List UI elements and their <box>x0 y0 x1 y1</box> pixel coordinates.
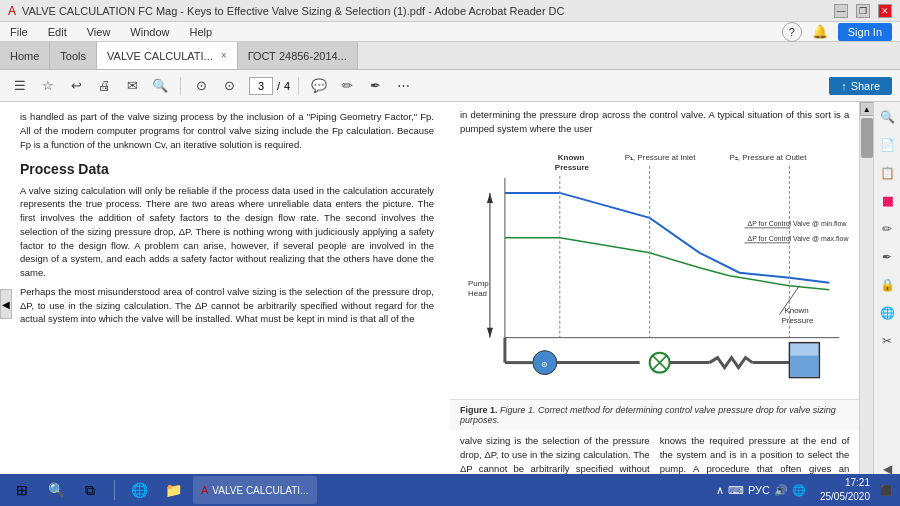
svg-text:Known: Known <box>784 305 808 314</box>
bookmark-button[interactable]: ☆ <box>36 75 60 97</box>
svg-rect-29 <box>790 355 818 376</box>
scrollbar: ▲ ▼ <box>859 102 873 506</box>
svg-text:ΔP for Control Valve @ min.flo: ΔP for Control Valve @ min.flow <box>747 219 847 226</box>
scrollbar-up[interactable]: ▲ <box>860 102 874 116</box>
edge-icon[interactable]: 🌐 <box>125 476 153 504</box>
menu-help[interactable]: Help <box>187 26 214 38</box>
toggle-sidebar-button[interactable]: ☰ <box>8 75 32 97</box>
figure-caption: Figure 1. Figure 1. Correct method for d… <box>450 399 859 430</box>
share-icon: ↑ <box>841 80 847 92</box>
task-view[interactable]: ⧉ <box>76 476 104 504</box>
paragraph-3: Perhaps the most misunderstood area of c… <box>20 285 434 326</box>
tab-tools-label: Tools <box>60 50 86 62</box>
comment-button[interactable]: 💬 <box>307 75 331 97</box>
window-title: VALVE CALCULATION FC Mag - Keys to Effec… <box>22 5 565 17</box>
figure-text: Figure 1. Correct method for determining… <box>460 405 836 425</box>
start-button[interactable]: ⊞ <box>8 476 36 504</box>
maximize-button[interactable]: ❐ <box>856 4 870 18</box>
share-button[interactable]: ↑ Share <box>829 77 892 95</box>
sidebar-cut-icon[interactable]: ✂ <box>876 330 898 352</box>
page-separator: / <box>277 80 280 92</box>
diagram-svg: Pump Head Known Pressure P₁, Pressure at… <box>450 136 859 400</box>
sidebar-pen-icon[interactable]: ✏ <box>876 218 898 240</box>
notification-button[interactable]: 🔔 <box>810 22 830 42</box>
acrobat-icon: A <box>201 484 208 496</box>
svg-text:ΔP for Control Valve @ max.flo: ΔP for Control Valve @ max.flow <box>747 234 849 241</box>
tab-tools[interactable]: Tools <box>50 42 97 69</box>
minimize-button[interactable]: — <box>834 4 848 18</box>
acrobat-label: VALVE CALCULATI... <box>212 485 308 496</box>
page-content: is handled as part of the valve sizing p… <box>0 102 450 506</box>
sidebar-web-icon[interactable]: 🌐 <box>876 302 898 324</box>
tab-bar: Home Tools VALVE CALCULATI... × ГОСТ 248… <box>0 42 900 70</box>
menu-file[interactable]: File <box>8 26 30 38</box>
tray-network[interactable]: 🌐 <box>792 484 806 497</box>
svg-text:Pressure: Pressure <box>781 315 813 324</box>
app-icon: A <box>8 4 16 18</box>
left-panel-toggle[interactable]: ◀ <box>0 289 12 319</box>
menu-edit[interactable]: Edit <box>46 26 69 38</box>
sidebar-pages-icon[interactable]: 📋 <box>876 162 898 184</box>
sidebar-chart-icon[interactable]: ▦ <box>876 190 898 212</box>
tab-valve-label: VALVE CALCULATI... <box>107 50 213 62</box>
tab-home-label: Home <box>10 50 39 62</box>
tab-home[interactable]: Home <box>0 42 50 69</box>
tab-gost-label: ГОСТ 24856-2014... <box>248 50 347 62</box>
sidebar-search-icon[interactable]: 🔍 <box>876 106 898 128</box>
svg-text:Pump: Pump <box>468 278 489 287</box>
svg-text:⊛: ⊛ <box>541 359 548 368</box>
menu-bar: File Edit View Window Help ? 🔔 Sign In <box>0 22 900 42</box>
page-total: 4 <box>284 80 290 92</box>
svg-text:P₂, Pressure at Outlet: P₂, Pressure at Outlet <box>730 152 808 161</box>
help-button[interactable]: ? <box>782 22 802 42</box>
tray-keyboard[interactable]: ⌨ <box>728 484 744 497</box>
back-button[interactable]: ↩ <box>64 75 88 97</box>
sidebar-doc-icon[interactable]: 📄 <box>876 134 898 156</box>
edit-button[interactable]: ✏ <box>335 75 359 97</box>
tab-valve[interactable]: VALVE CALCULATI... × <box>97 42 238 69</box>
right-sidebar: 🔍 📄 📋 ▦ ✏ ✒ 🔒 🌐 ✂ ◀ ▶ <box>873 102 900 506</box>
nav-prev-button[interactable]: ⊙ <box>189 75 213 97</box>
explorer-icon[interactable]: 📁 <box>159 476 187 504</box>
tab-gost[interactable]: ГОСТ 24856-2014... <box>238 42 358 69</box>
print-button[interactable]: 🖨 <box>92 75 116 97</box>
more-button[interactable]: ⋯ <box>391 75 415 97</box>
paragraph-1: is handled as part of the valve sizing p… <box>20 110 434 151</box>
tray-icons: ∧ ⌨ РУС 🔊 🌐 <box>716 484 806 497</box>
scrollbar-thumb[interactable] <box>861 118 873 158</box>
tray-language[interactable]: РУС <box>748 484 770 496</box>
paragraph-2: A valve sizing calculation will only be … <box>20 184 434 280</box>
svg-text:P₁, Pressure at Inlet: P₁, Pressure at Inlet <box>625 152 697 161</box>
toolbar: ☰ ☆ ↩ 🖨 ✉ 🔍 ⊙ ⊙ / 4 💬 ✏ ✒ ⋯ ↑ Share <box>0 70 900 102</box>
desktop-show[interactable]: ⬛ <box>880 485 892 496</box>
section-heading: Process Data <box>20 159 434 179</box>
sign-in-button[interactable]: Sign In <box>838 23 892 41</box>
sign-button[interactable]: ✒ <box>363 75 387 97</box>
sidebar-ink-icon[interactable]: ✒ <box>876 246 898 268</box>
search-taskbar[interactable]: 🔍 <box>42 476 70 504</box>
close-button[interactable]: ✕ <box>878 4 892 18</box>
acrobat-taskbar[interactable]: A VALVE CALCULATI... <box>193 476 317 504</box>
menu-view[interactable]: View <box>85 26 113 38</box>
title-bar: A VALVE CALCULATION FC Mag - Keys to Eff… <box>0 0 900 22</box>
diagram-area: Pump Head Known Pressure P₁, Pressure at… <box>450 136 859 400</box>
page-input[interactable] <box>249 77 273 95</box>
right-para-top: in determining the pressure drop across … <box>460 108 849 136</box>
taskbar-time: 17:21 <box>820 476 870 490</box>
search-button[interactable]: 🔍 <box>148 75 172 97</box>
svg-text:Known: Known <box>558 152 585 161</box>
menu-window[interactable]: Window <box>128 26 171 38</box>
nav-next-button[interactable]: ⊙ <box>217 75 241 97</box>
share-label: Share <box>851 80 880 92</box>
tab-valve-close[interactable]: × <box>221 50 227 61</box>
right-panel: in determining the pressure drop across … <box>450 102 859 506</box>
main-content: ◀ is handled as part of the valve sizing… <box>0 102 900 506</box>
sidebar-lock-icon[interactable]: 🔒 <box>876 274 898 296</box>
email-button[interactable]: ✉ <box>120 75 144 97</box>
tray-volume[interactable]: 🔊 <box>774 484 788 497</box>
figure-label: Figure 1. <box>460 405 498 415</box>
taskbar: ⊞ 🔍 ⧉ 🌐 📁 A VALVE CALCULATI... ∧ ⌨ РУС 🔊… <box>0 474 900 506</box>
page-nav: / 4 <box>249 77 290 95</box>
tray-arrow[interactable]: ∧ <box>716 484 724 497</box>
taskbar-date: 25/05/2020 <box>820 490 870 504</box>
